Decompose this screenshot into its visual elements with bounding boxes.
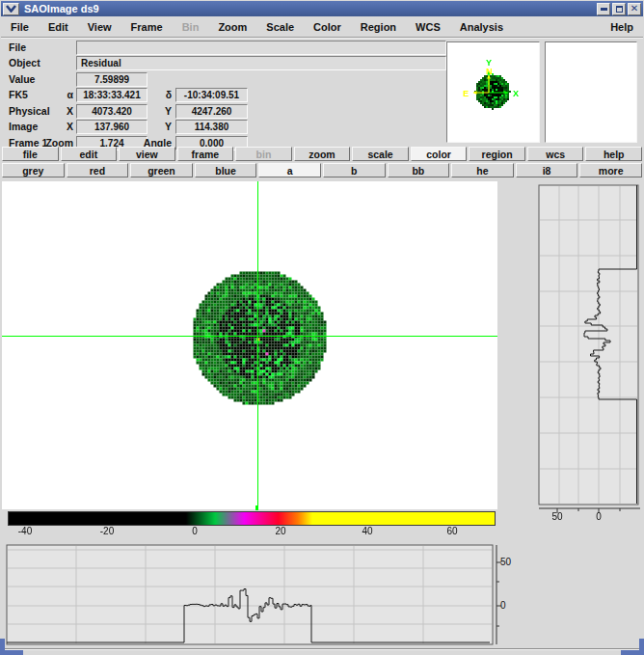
physical-y-label: Y [129, 105, 172, 117]
button-b[interactable]: b [323, 163, 386, 177]
close-icon: ✕ [631, 4, 638, 14]
menu-view[interactable]: View [78, 21, 121, 33]
image-y-field[interactable]: 114.380 [175, 120, 248, 134]
button-wcs[interactable]: wcs [527, 147, 584, 161]
button-he[interactable]: he [451, 163, 514, 177]
toolbar-row-categories: file edit view frame bin zoom scale colo… [1, 146, 643, 162]
colorbar-tick: 20 [275, 526, 285, 536]
dec-field[interactable]: -10:34:09.51 [175, 88, 248, 102]
button-file[interactable]: file [2, 147, 59, 161]
image-y-label: Y [129, 121, 172, 132]
colorbar-tick: 60 [446, 526, 457, 536]
button-help[interactable]: help [585, 147, 642, 161]
alpha-symbol: α [38, 89, 73, 100]
menubar: File Edit View Frame Bin Zoom Scale Colo… [1, 16, 643, 38]
info-row-object: Object Residual [1, 55, 444, 70]
menu-scale[interactable]: Scale [256, 21, 304, 33]
button-more[interactable]: more [579, 163, 642, 177]
colorbar-tick: -40 [18, 526, 32, 536]
physical-x-label: X [38, 105, 73, 117]
colorbar-tick: 40 [362, 526, 372, 536]
vertical-cut-plot [497, 177, 644, 531]
info-row-physical: Physical X 4073.420 Y 4247.260 [1, 103, 444, 119]
window-menu-button[interactable] [3, 3, 19, 15]
delta-symbol: δ [129, 89, 172, 100]
physical-y-field[interactable]: 4247.260 [175, 104, 248, 119]
button-region[interactable]: region [469, 147, 525, 161]
ds9-window: SAOImage ds9 ✕ File Edit View Frame Bin … [0, 0, 644, 655]
object-field[interactable]: Residual [76, 56, 446, 70]
info-panel: File Object Residual Value 7.59899 FK5 α… [1, 38, 444, 147]
image-label: Image [9, 121, 38, 132]
fk5-label: FK5 [9, 89, 28, 100]
chevron-down-icon [6, 5, 16, 13]
close-button[interactable]: ✕ [628, 3, 641, 15]
maximize-button[interactable] [612, 3, 626, 15]
window-bottom-edge [0, 648, 644, 655]
menu-help[interactable]: Help [601, 21, 643, 33]
file-label: File [9, 41, 26, 53]
maximize-icon [616, 6, 623, 13]
button-view[interactable]: view [119, 147, 175, 161]
menu-region[interactable]: Region [351, 21, 406, 33]
info-row-value: Value 7.59899 [1, 71, 444, 87]
button-grey[interactable]: grey [2, 163, 65, 177]
colorbar-tick: -20 [100, 526, 114, 536]
menu-file[interactable]: File [1, 21, 39, 33]
menu-zoom[interactable]: Zoom [208, 21, 256, 33]
window-title: SAOImage ds9 [24, 3, 99, 14]
button-a[interactable]: a [258, 163, 321, 177]
menu-bin: Bin [173, 21, 209, 33]
panner[interactable] [446, 41, 540, 143]
magnifier[interactable] [545, 41, 637, 143]
titlebar[interactable]: SAOImage ds9 ✕ [1, 1, 643, 16]
vcut-tick-50: 50 [550, 511, 564, 522]
button-scale[interactable]: scale [352, 147, 409, 161]
panner-canvas[interactable] [447, 42, 539, 142]
button-zoom[interactable]: zoom [294, 147, 351, 161]
button-frame[interactable]: frame [177, 147, 234, 161]
minimize-button[interactable] [597, 3, 610, 15]
menu-analysis[interactable]: Analysis [450, 21, 513, 33]
image-canvas[interactable] [2, 181, 497, 509]
object-label: Object [9, 57, 40, 68]
menu-wcs[interactable]: WCS [406, 21, 450, 33]
value-label: Value [9, 73, 35, 85]
hcut-tick-0: 0 [500, 600, 506, 611]
info-row-file: File [1, 40, 444, 55]
info-row-wcs: FK5 α 18:33:33.421 δ -10:34:09.51 [1, 87, 444, 102]
colorbar[interactable] [8, 511, 496, 526]
vcut-tick-0: 0 [592, 511, 605, 522]
button-bin: bin [235, 147, 292, 161]
resize-handle-bottom-right[interactable] [621, 639, 644, 655]
resize-handle-bottom-left[interactable] [0, 639, 23, 655]
button-green[interactable]: green [130, 163, 193, 177]
menu-edit[interactable]: Edit [39, 21, 78, 33]
horizontal-cut-plot [0, 538, 521, 648]
colorbar-value-marker [255, 505, 258, 510]
hcut-tick-50: 50 [500, 557, 511, 567]
menu-frame[interactable]: Frame [121, 21, 173, 33]
button-edit[interactable]: edit [61, 147, 118, 161]
button-bb[interactable]: bb [388, 163, 450, 177]
colorbar-tick: 0 [192, 526, 198, 536]
toolbar-row-colormaps: grey red green blue a b bb he i8 more [1, 162, 643, 178]
file-field[interactable] [76, 41, 446, 55]
minimize-icon [601, 8, 607, 11]
button-i8[interactable]: i8 [516, 163, 578, 177]
image-x-label: X [38, 121, 73, 132]
value-field[interactable]: 7.59899 [76, 72, 148, 87]
info-row-image: Image X 137.960 Y 114.380 [1, 119, 444, 134]
menu-color[interactable]: Color [304, 21, 351, 33]
button-red[interactable]: red [67, 163, 129, 177]
button-blue[interactable]: blue [195, 163, 257, 177]
button-color[interactable]: color [411, 147, 468, 161]
window-controls: ✕ [597, 3, 641, 15]
